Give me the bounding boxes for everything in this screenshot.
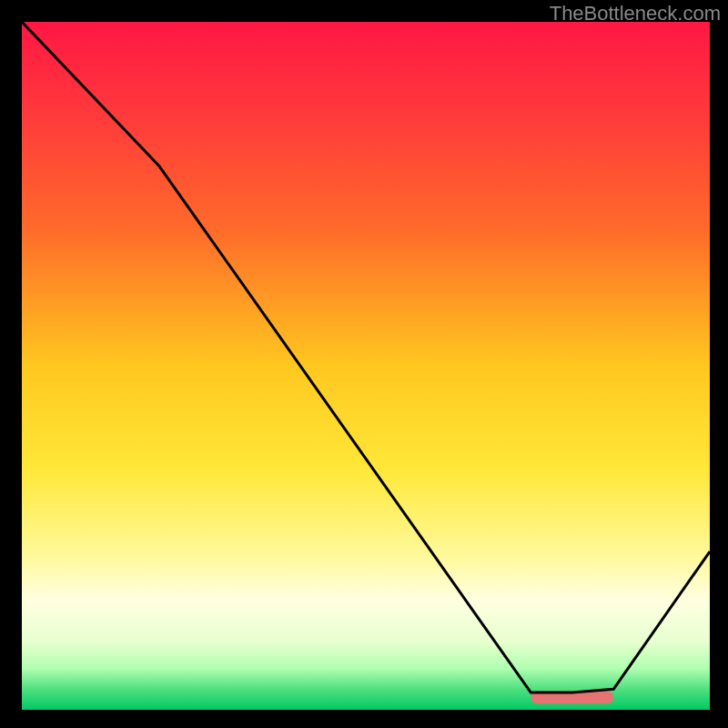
attribution-text: TheBottleneck.com bbox=[550, 2, 721, 25]
chart-background bbox=[22, 22, 710, 710]
chart-svg bbox=[22, 22, 710, 710]
bottleneck-chart bbox=[22, 22, 710, 710]
